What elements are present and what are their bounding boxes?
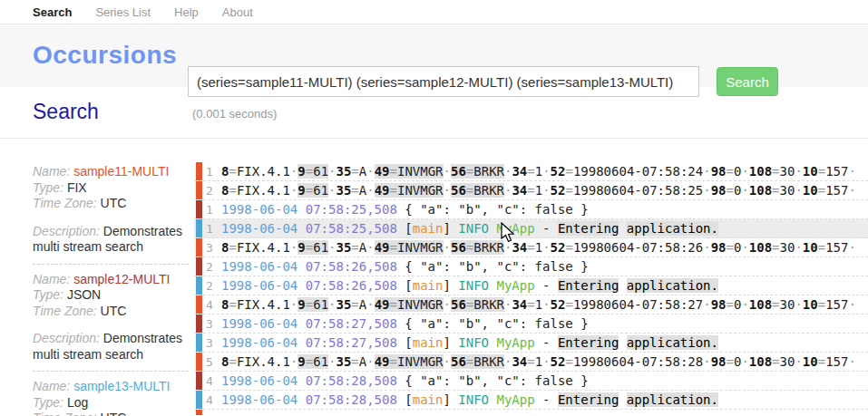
log-row[interactable]: 31998-06-04 07:58:27,508 [main] INFO MyA… <box>194 334 868 353</box>
line-number: 2 <box>206 276 219 295</box>
name-label: Name: <box>33 272 70 286</box>
app-title: Occursions <box>33 41 177 70</box>
line-number: 3 <box>206 334 219 353</box>
log-text: 1998-06-04 07:58:27,508 { "a": "b", "c":… <box>221 314 589 334</box>
log-text: 1998-06-04 07:58:25,508 { "a": "b", "c":… <box>221 200 589 219</box>
stream-color-bar <box>196 276 202 295</box>
log-text: 1998-06-04 07:58:26,508 [main] INFO MyAp… <box>221 276 718 295</box>
stream-color-bar <box>196 181 202 199</box>
timezone-label: Time Zone: <box>33 196 97 210</box>
stream-color-bar <box>196 200 202 218</box>
line-number: 1 <box>206 200 219 219</box>
log-row[interactable]: 21998-06-04 07:58:26,508 { "a": "b", "c"… <box>194 257 868 276</box>
top-nav: Search Series List Help About <box>0 0 868 24</box>
line-number: 2 <box>206 257 219 276</box>
stream-color-bar <box>196 314 202 333</box>
log-rows: 18=FIX.4.1·9=61·35=A·49=INVMGR·56=BRKR·3… <box>194 162 868 415</box>
line-number: 5 <box>206 353 219 372</box>
name-label: Name: <box>33 379 70 393</box>
line-number: 4 <box>206 372 219 391</box>
log-row[interactable]: 41998-06-04 07:58:28,508 [main] INFO MyA… <box>194 391 868 410</box>
log-text: 1998-06-04 07:58:25,508 [main] INFO MyAp… <box>221 219 718 238</box>
name-label: Name: <box>33 164 70 179</box>
description-label: Description: <box>33 331 100 345</box>
series-name[interactable]: sample12-MULTI <box>73 272 170 286</box>
log-row[interactable]: 58=FIX.4.1·9=61·35=A·49=INVMGR·56=BRKR·3… <box>194 353 868 372</box>
type-label: Type: <box>33 395 63 410</box>
stream-color-bar <box>196 334 202 352</box>
series-timezone: UTC <box>101 196 127 210</box>
header-band: Occursions Search <box>0 25 868 87</box>
stream-color-bar <box>196 238 202 256</box>
log-row[interactable]: 41998-06-04 07:58:28,508 { "a": "b", "c"… <box>194 372 868 391</box>
log-text: 1998-06-04 07:58:26,508 { "a": "b", "c":… <box>221 257 589 276</box>
line-number: 3 <box>206 238 219 257</box>
series-type: JSON <box>67 287 101 302</box>
timezone-label: Time Zone: <box>33 304 97 318</box>
type-label: Type: <box>33 180 63 195</box>
search-timing: (0.001 seconds) <box>192 107 277 121</box>
stream-color-bar <box>196 372 202 390</box>
stream-color-bar <box>196 257 202 276</box>
log-row[interactable]: 31998-06-04 07:58:27,508 { "a": "b", "c"… <box>194 314 868 334</box>
log-text: 1998-06-04 07:58:28,508 { "a": "b", "c":… <box>221 372 589 391</box>
log-row[interactable]: 11998-06-04 07:58:25,508 { "a": "b", "c"… <box>194 200 868 219</box>
log-text: 8=FIX.4.1·9=61·35=A·49=INVMGR·56=BRKR·34… <box>221 162 856 181</box>
log-row[interactable] <box>194 410 868 415</box>
query-input[interactable] <box>188 66 699 97</box>
log-text: 8=FIX.4.1·9=61·35=A·49=INVMGR·56=BRKR·34… <box>221 353 856 372</box>
series-timezone: UTC <box>101 304 127 318</box>
stream-color-bar <box>196 295 202 314</box>
nav-item-help[interactable]: Help <box>174 5 199 19</box>
log-row[interactable]: 11998-06-04 07:58:25,508 [main] INFO MyA… <box>194 219 868 238</box>
line-number: 2 <box>206 181 219 200</box>
type-label: Type: <box>33 287 63 302</box>
log-text: 1998-06-04 07:58:27,508 [main] INFO MyAp… <box>221 334 718 353</box>
section-divider <box>0 138 868 139</box>
nav-item-series-list[interactable]: Series List <box>95 5 151 19</box>
line-number: 1 <box>206 162 219 181</box>
nav-item-about[interactable]: About <box>222 5 253 19</box>
log-row[interactable]: 48=FIX.4.1·9=61·35=A·49=INVMGR·56=BRKR·3… <box>194 295 868 314</box>
line-number: 3 <box>206 314 219 334</box>
log-row[interactable]: 21998-06-04 07:58:26,508 [main] INFO MyA… <box>194 276 868 295</box>
series-name[interactable]: sample11-MULTI <box>73 164 169 179</box>
line-number: 4 <box>206 295 219 314</box>
series-name[interactable]: sample13-MULTI <box>73 379 170 393</box>
series-info-sample13: Name: sample13-MULTI Type: Log Time Zone… <box>33 379 189 416</box>
line-number: 1 <box>206 219 219 238</box>
series-info-sample11: Name: sample11-MULTI Type: FIX Time Zone… <box>33 164 189 265</box>
stream-color-bar <box>196 219 202 237</box>
sidebar: Name: sample11-MULTI Type: FIX Time Zone… <box>33 164 189 416</box>
log-text: 8=FIX.4.1·9=61·35=A·49=INVMGR·56=BRKR·34… <box>221 238 856 257</box>
log-row[interactable]: 38=FIX.4.1·9=61·35=A·49=INVMGR·56=BRKR·3… <box>194 238 868 257</box>
results-heading: Search <box>33 100 99 124</box>
log-text: 1998-06-04 07:58:28,508 [main] INFO MyAp… <box>221 391 718 410</box>
log-text: 8=FIX.4.1·9=61·35=A·49=INVMGR·56=BRKR·34… <box>221 181 856 200</box>
timezone-label: Time Zone: <box>33 411 97 416</box>
series-type: FIX <box>67 180 87 195</box>
description-label: Description: <box>33 224 100 238</box>
series-type: Log <box>67 395 88 410</box>
stream-color-bar <box>196 353 202 371</box>
log-text: 8=FIX.4.1·9=61·35=A·49=INVMGR·56=BRKR·34… <box>221 295 856 314</box>
stream-color-bar <box>196 162 202 180</box>
line-number: 4 <box>206 391 219 410</box>
nav-item-search[interactable]: Search <box>33 5 72 19</box>
stream-color-bar <box>196 391 202 409</box>
log-row[interactable]: 18=FIX.4.1·9=61·35=A·49=INVMGR·56=BRKR·3… <box>194 162 868 181</box>
series-info-sample12: Name: sample12-MULTI Type: JSON Time Zon… <box>33 272 189 372</box>
log-row[interactable]: 28=FIX.4.1·9=61·35=A·49=INVMGR·56=BRKR·3… <box>194 181 868 200</box>
search-button[interactable]: Search <box>717 67 778 96</box>
series-timezone: UTC <box>101 411 127 416</box>
stream-color-bar <box>196 410 202 415</box>
